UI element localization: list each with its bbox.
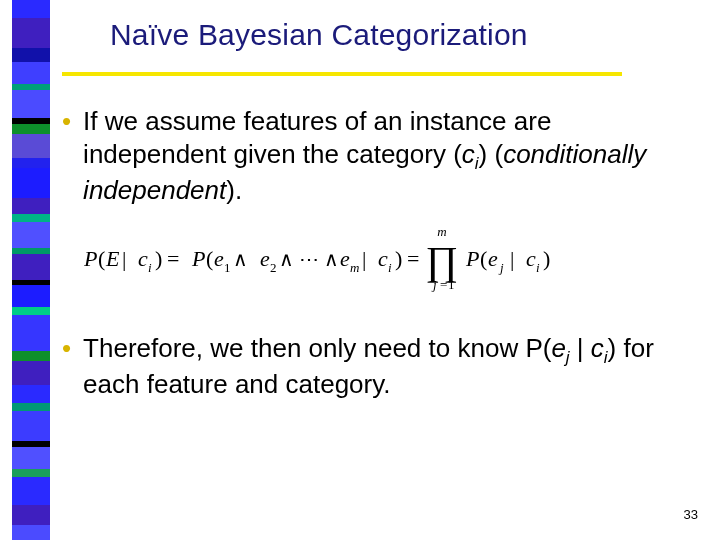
text: ) ( bbox=[479, 139, 504, 169]
svg-text:(: ( bbox=[480, 246, 487, 271]
stripe-segment bbox=[12, 124, 50, 134]
stripe-segment bbox=[12, 385, 50, 403]
stripe-segment bbox=[12, 222, 50, 248]
text: c bbox=[591, 333, 604, 363]
stripe-segment bbox=[12, 447, 50, 469]
title-underline bbox=[62, 72, 622, 76]
svg-text:e: e bbox=[488, 246, 498, 271]
stripe-segment bbox=[12, 198, 50, 214]
svg-text:i: i bbox=[148, 260, 152, 275]
svg-text:∧: ∧ bbox=[233, 248, 248, 270]
svg-text:): ) bbox=[155, 246, 162, 271]
stripe-segment bbox=[12, 351, 50, 361]
bullet-dot-icon: • bbox=[62, 332, 71, 365]
stripe-segment bbox=[12, 505, 50, 525]
svg-text:P: P bbox=[191, 246, 205, 271]
text: c bbox=[462, 139, 475, 169]
svg-text:(: ( bbox=[206, 246, 213, 271]
svg-text:|: | bbox=[362, 246, 366, 271]
slide-body: • If we assume features of an instance a… bbox=[62, 105, 662, 411]
stripe-segment bbox=[12, 158, 50, 168]
svg-text:(: ( bbox=[98, 246, 105, 271]
bullet-2: • Therefore, we then only need to know P… bbox=[62, 332, 662, 401]
text: ). bbox=[226, 175, 242, 205]
stripe-segment bbox=[12, 48, 50, 62]
svg-text:e: e bbox=[214, 246, 224, 271]
stripe-segment bbox=[12, 134, 50, 158]
stripe-segment bbox=[12, 285, 50, 307]
bullet-1-text: If we assume features of an instance are… bbox=[83, 105, 662, 206]
stripe-segment bbox=[12, 477, 50, 505]
stripe-segment bbox=[12, 525, 50, 540]
svg-text:m: m bbox=[350, 260, 359, 275]
svg-text:i: i bbox=[388, 260, 392, 275]
text: e bbox=[551, 333, 565, 363]
svg-text:P: P bbox=[84, 246, 97, 271]
slide: Naïve Bayesian Categorization • If we as… bbox=[0, 0, 720, 540]
svg-text:=: = bbox=[440, 277, 447, 292]
svg-text:e: e bbox=[260, 246, 270, 271]
stripe-segment bbox=[12, 214, 50, 222]
svg-text:|: | bbox=[510, 246, 514, 271]
equation: P ( E | c i ) = P ( e 1 ∧ e 2 ∧ ⋯ ∧ bbox=[84, 224, 662, 300]
stripe-segment bbox=[12, 307, 50, 315]
svg-text:2: 2 bbox=[270, 260, 277, 275]
equation-svg: P ( E | c i ) = P ( e 1 ∧ e 2 ∧ ⋯ ∧ bbox=[84, 224, 624, 292]
svg-text:c: c bbox=[378, 246, 388, 271]
svg-text:P: P bbox=[465, 246, 479, 271]
svg-text:=: = bbox=[167, 246, 179, 271]
svg-text:): ) bbox=[395, 246, 402, 271]
text: | bbox=[570, 333, 591, 363]
svg-text:i: i bbox=[536, 260, 540, 275]
stripe-segment bbox=[12, 62, 50, 84]
stripe-segment bbox=[12, 90, 50, 118]
stripe-segment bbox=[12, 469, 50, 477]
text: Therefore, we then only need to know P( bbox=[83, 333, 551, 363]
svg-text:m: m bbox=[437, 224, 446, 239]
stripe-segment bbox=[12, 315, 50, 351]
page-number: 33 bbox=[684, 507, 698, 522]
slide-title: Naïve Bayesian Categorization bbox=[110, 18, 528, 52]
svg-text:j: j bbox=[498, 260, 504, 275]
svg-text:e: e bbox=[340, 246, 350, 271]
bullet-dot-icon: • bbox=[62, 105, 71, 138]
stripe-segment bbox=[12, 0, 50, 18]
bullet-1: • If we assume features of an instance a… bbox=[62, 105, 662, 206]
svg-text:): ) bbox=[543, 246, 550, 271]
svg-text:∧ ⋯ ∧: ∧ ⋯ ∧ bbox=[279, 248, 339, 270]
svg-text:1: 1 bbox=[448, 277, 455, 292]
svg-text:1: 1 bbox=[224, 260, 231, 275]
svg-text:E: E bbox=[105, 246, 120, 271]
svg-text:c: c bbox=[526, 246, 536, 271]
svg-text:c: c bbox=[138, 246, 148, 271]
left-decorative-stripe bbox=[12, 0, 50, 540]
stripe-segment bbox=[12, 168, 50, 198]
svg-text:=: = bbox=[407, 246, 419, 271]
svg-text:|: | bbox=[122, 246, 126, 271]
bullet-2-text: Therefore, we then only need to know P(e… bbox=[83, 332, 662, 401]
stripe-segment bbox=[12, 411, 50, 441]
stripe-segment bbox=[12, 18, 50, 48]
stripe-segment bbox=[12, 403, 50, 411]
stripe-segment bbox=[12, 361, 50, 385]
stripe-segment bbox=[12, 254, 50, 280]
